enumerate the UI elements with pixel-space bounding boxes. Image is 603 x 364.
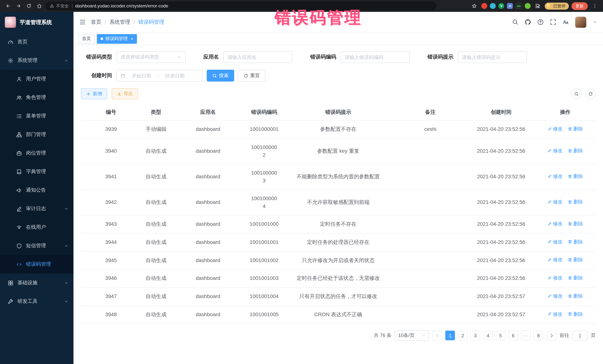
pager-page-4[interactable]: 4 [483, 331, 493, 341]
delete-link[interactable]: 删除 [568, 147, 583, 154]
sidebar-item-user[interactable]: 用户管理 [0, 70, 73, 88]
delete-link[interactable]: 删除 [568, 238, 583, 245]
app-name-input[interactable] [227, 54, 288, 60]
reload-button[interactable] [24, 1, 33, 10]
github-icon[interactable] [525, 19, 531, 25]
extension-v-icon[interactable]: V [498, 3, 504, 9]
help-icon[interactable] [537, 19, 544, 25]
delete-link[interactable]: 删除 [568, 198, 583, 206]
goto-page-input[interactable] [573, 331, 587, 341]
pager-page-1[interactable]: 1 [445, 331, 455, 341]
edit-link[interactable]: 修改 [547, 147, 563, 154]
extensions-puzzle-icon[interactable] [533, 1, 542, 10]
edit-link[interactable]: 修改 [547, 173, 563, 180]
sidebar-item-menu[interactable]: 菜单管理 [0, 107, 73, 125]
button-label: 搜索 [219, 72, 229, 79]
tab-home[interactable]: 首页 [78, 34, 95, 44]
edit-link[interactable]: 修改 [547, 292, 563, 300]
reset-button[interactable]: 重置 [238, 70, 265, 82]
delete-link[interactable]: 删除 [568, 292, 583, 300]
edit-link[interactable]: 修改 [547, 238, 563, 245]
pager-page-6[interactable]: 6 [508, 331, 518, 341]
search-button[interactable]: 搜索 [207, 70, 234, 82]
export-button[interactable]: 导出 [112, 88, 138, 99]
extension-on-badge[interactable]: on [515, 3, 522, 9]
cell-id: 3941 [81, 164, 141, 190]
profile-chip[interactable]: 已暂停 [545, 2, 569, 10]
delete-link[interactable]: 删除 [568, 310, 583, 318]
filter-label: 错误码类型 [81, 54, 112, 60]
fullscreen-icon[interactable] [550, 19, 556, 25]
sidebar-toggle-icon[interactable] [79, 19, 86, 25]
sidebar-item-role[interactable]: 角色管理 [0, 88, 73, 107]
edit-link[interactable]: 修改 [547, 274, 563, 282]
add-button[interactable]: 新增 [81, 88, 107, 99]
update-button[interactable]: 更新 [571, 2, 588, 10]
close-icon[interactable]: × [131, 36, 133, 41]
sidebar-item-notice[interactable]: 通知公告 [0, 181, 73, 199]
sidebar-item-online-user[interactable]: 在线用户 [0, 218, 73, 236]
pager-page-5[interactable]: 5 [496, 331, 505, 341]
breadcrumb-item[interactable]: 首页 [91, 19, 101, 25]
sidebar-item-dept[interactable]: 部门管理 [0, 125, 73, 144]
bookmark-star-icon[interactable] [470, 1, 479, 10]
home-button[interactable] [35, 1, 44, 10]
cell-memo [393, 287, 467, 306]
delete-link[interactable]: 删除 [568, 256, 583, 264]
start-date-input[interactable] [128, 73, 155, 78]
breadcrumb-item[interactable]: 系统管理 [109, 19, 130, 25]
user-avatar[interactable] [575, 16, 586, 28]
pager-page-2[interactable]: 2 [458, 331, 468, 341]
edit-link[interactable]: 修改 [547, 220, 563, 227]
end-date-input[interactable] [161, 73, 189, 78]
forward-button[interactable] [14, 1, 23, 10]
cell-time: 2021-04-20 23:52:57 [467, 305, 535, 324]
toggle-search-button[interactable] [571, 88, 581, 99]
error-code-input[interactable] [345, 54, 406, 60]
sidebar-item-infra[interactable]: 基础设施 [0, 274, 73, 292]
extension-people-icon[interactable] [507, 3, 513, 9]
app-logo[interactable]: 芋道管理系统 [0, 12, 73, 33]
delete-icon [568, 312, 572, 316]
sidebar-item-audit-log[interactable]: 审计日志 [0, 199, 73, 218]
error-msg-input[interactable] [462, 54, 523, 60]
delete-link[interactable]: 删除 [568, 220, 583, 227]
refresh-table-button[interactable] [585, 88, 596, 99]
sidebar-item-system[interactable]: 系统管理 [0, 51, 73, 70]
tab-error-code[interactable]: 错误码管理× [97, 34, 137, 44]
search-icon[interactable] [512, 19, 518, 25]
sidebar-item-sms[interactable]: 短信管理 [0, 236, 73, 255]
next-page-button[interactable] [547, 331, 556, 341]
edit-link[interactable]: 修改 [547, 125, 563, 132]
table-body: 3939手动编辑dashboard1001000001参数配置不存在ceshi2… [81, 120, 596, 324]
button-label: 重置 [250, 72, 260, 79]
font-size-icon[interactable] [563, 19, 569, 25]
extension-green-icon[interactable] [525, 3, 531, 9]
delete-link[interactable]: 删除 [568, 274, 583, 282]
prev-page-button[interactable] [432, 331, 442, 341]
chevron-down-icon[interactable] [593, 20, 597, 24]
sidebar-item-devtools[interactable]: 研发工具 [0, 292, 73, 311]
extension-red-icon[interactable] [481, 3, 487, 9]
page-size-select[interactable]: 10条/页 [395, 331, 429, 341]
sidebar-item-post[interactable]: 岗位管理 [0, 144, 73, 162]
delete-link[interactable]: 删除 [568, 173, 583, 180]
address-bar[interactable]: 不安全 dashboard.yudao.iocoder.cn/system/er… [45, 1, 437, 10]
menu-kebab-icon[interactable] [590, 1, 599, 10]
sidebar-item-error-code[interactable]: 错误码管理 [0, 255, 73, 274]
error-type-select[interactable]: 请选择错误码类型 [116, 51, 186, 63]
pager-page-8[interactable]: 8 [533, 331, 543, 341]
create-time-range[interactable]: - [116, 70, 203, 82]
pager-page-3[interactable]: 3 [471, 331, 480, 341]
audit-log-icon [16, 206, 22, 211]
sidebar-item-dict[interactable]: 字典管理 [0, 162, 73, 181]
pager-ellipsis[interactable]: ··· [521, 331, 531, 341]
cell-app: dashboard [171, 164, 245, 190]
edit-link[interactable]: 修改 [547, 198, 563, 206]
edit-link[interactable]: 修改 [547, 310, 563, 318]
edit-link[interactable]: 修改 [547, 256, 563, 264]
sidebar-item-home[interactable]: 首页 [0, 33, 73, 51]
back-button[interactable] [4, 1, 13, 10]
extension-drop-icon[interactable] [490, 3, 496, 9]
delete-link[interactable]: 删除 [568, 125, 583, 132]
